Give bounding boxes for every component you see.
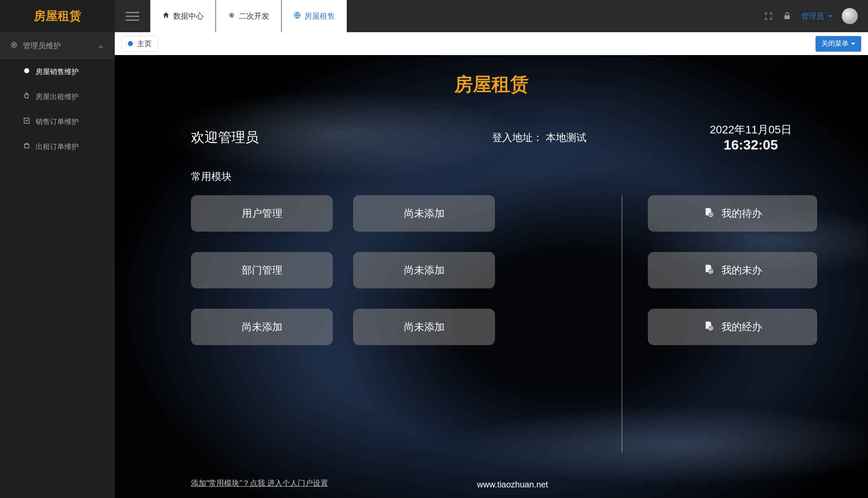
close-menu-label: 关闭菜单 <box>821 39 849 48</box>
sidebar-item-label: 房屋销售维护 <box>36 67 79 77</box>
tile-label: 用户管理 <box>242 207 282 220</box>
tile-label: 尚未添加 <box>404 207 445 220</box>
time-text: 16:32:05 <box>710 137 792 153</box>
module-tile[interactable]: 尚未添加 <box>191 309 333 345</box>
sidebar-item-label: 房屋出租维护 <box>36 92 79 102</box>
globe-icon <box>23 67 30 77</box>
doc-clock-icon <box>703 207 714 220</box>
separator <box>622 195 622 453</box>
sidebar-item-rent[interactable]: 房屋出租维护 <box>0 84 115 109</box>
info-row: 欢迎管理员 登入地址： 本地测试 2022年11月05日 16:32:05 <box>140 122 843 170</box>
svg-point-6 <box>24 68 29 73</box>
tile-label: 尚未添加 <box>404 263 445 277</box>
fullscreen-icon[interactable] <box>764 11 773 21</box>
module-tile[interactable]: 部门管理 <box>191 252 333 288</box>
sidebar-toggle[interactable] <box>115 0 150 32</box>
sidebar-item-label: 出租订单维护 <box>36 142 79 152</box>
module-tile[interactable]: 用户管理 <box>191 195 333 232</box>
header-right: 管理员 <box>754 0 868 32</box>
svg-point-0 <box>230 13 234 17</box>
caret-down-icon <box>851 43 855 45</box>
main: 主页 关闭菜单 房屋租赁 欢迎管理员 登入地址： 本地测试 2022年11月05… <box>115 32 868 498</box>
section-label: 常用模块 <box>140 170 843 183</box>
crumb-label: 主页 <box>137 39 152 49</box>
svg-rect-3 <box>785 15 790 19</box>
chevron-up-icon <box>97 41 105 51</box>
action-tile-handled[interactable]: 我的经办 <box>648 309 817 345</box>
svg-point-4 <box>11 42 17 47</box>
sidebar-group-admin[interactable]: 管理员维护 <box>0 32 115 59</box>
box-icon <box>23 142 30 152</box>
tile-label: 尚未添加 <box>404 320 445 334</box>
svg-rect-8 <box>25 144 29 148</box>
avatar[interactable] <box>842 8 858 24</box>
brand-title: 房屋租赁 <box>0 0 115 32</box>
tab-label: 二次开发 <box>239 11 269 21</box>
module-tile[interactable]: 尚未添加 <box>353 309 495 345</box>
sidebar-item-sales[interactable]: 房屋销售维护 <box>0 59 115 84</box>
globe-icon <box>293 11 301 21</box>
dashboard: 房屋租赁 欢迎管理员 登入地址： 本地测试 2022年11月05日 16:32:… <box>115 55 868 498</box>
bag-icon <box>23 92 30 102</box>
sidebar-item-rent-order[interactable]: 出租订单维护 <box>0 134 115 159</box>
tile-label: 尚未添加 <box>242 320 282 334</box>
module-tile[interactable]: 尚未添加 <box>353 195 495 232</box>
tile-label: 我的未办 <box>721 263 762 277</box>
login-address: 登入地址： 本地测试 <box>369 131 710 144</box>
tab-label: 房屋租售 <box>304 11 335 21</box>
doc-done-icon <box>703 320 714 334</box>
lock-icon[interactable] <box>782 11 792 21</box>
tab-dev[interactable]: 二次开发 <box>216 0 282 32</box>
user-menu[interactable]: 管理员 <box>801 11 832 21</box>
dashboard-title: 房屋租赁 <box>140 72 843 97</box>
crumb-bar: 主页 关闭菜单 <box>115 32 868 55</box>
header: 房屋租赁 数据中心 二次开发 房屋租售 管理员 <box>0 0 868 32</box>
sidebar: 管理员维护 房屋销售维护 房屋出租维护 销售订单维护 出租订单维护 <box>0 32 115 498</box>
action-tile-todo[interactable]: 我的待办 <box>648 195 817 232</box>
footer-url: www.tiaozhuan.net <box>182 480 843 490</box>
date-text: 2022年11月05日 <box>710 122 792 137</box>
tab-label: 数据中心 <box>173 11 204 21</box>
home-icon <box>162 11 170 21</box>
gear-icon <box>10 41 18 51</box>
dot-icon <box>128 41 133 46</box>
tile-label: 部门管理 <box>242 263 282 277</box>
chart-icon <box>23 117 30 127</box>
svg-point-1 <box>231 14 232 16</box>
crumb-tab-home[interactable]: 主页 <box>122 36 158 52</box>
tile-label: 我的经办 <box>721 320 762 334</box>
tab-data-center[interactable]: 数据中心 <box>150 0 216 32</box>
tab-house[interactable]: 房屋租售 <box>282 0 347 32</box>
module-tile[interactable]: 尚未添加 <box>353 252 495 288</box>
welcome-text: 欢迎管理员 <box>191 128 369 147</box>
caret-down-icon <box>828 15 832 17</box>
sidebar-item-label: 销售订单维护 <box>36 117 79 127</box>
close-menu-button[interactable]: 关闭菜单 <box>815 36 861 52</box>
gear-icon <box>228 11 235 21</box>
datetime: 2022年11月05日 16:32:05 <box>710 122 792 153</box>
sidebar-group-label: 管理员维护 <box>23 41 61 51</box>
sidebar-item-sales-order[interactable]: 销售订单维护 <box>0 109 115 134</box>
user-label: 管理员 <box>801 11 824 21</box>
doc-check-icon <box>703 263 714 277</box>
tile-label: 我的待办 <box>721 207 762 220</box>
action-tile-undone[interactable]: 我的未办 <box>648 252 817 288</box>
svg-point-5 <box>13 44 15 46</box>
top-tabs: 数据中心 二次开发 房屋租售 <box>150 0 754 32</box>
